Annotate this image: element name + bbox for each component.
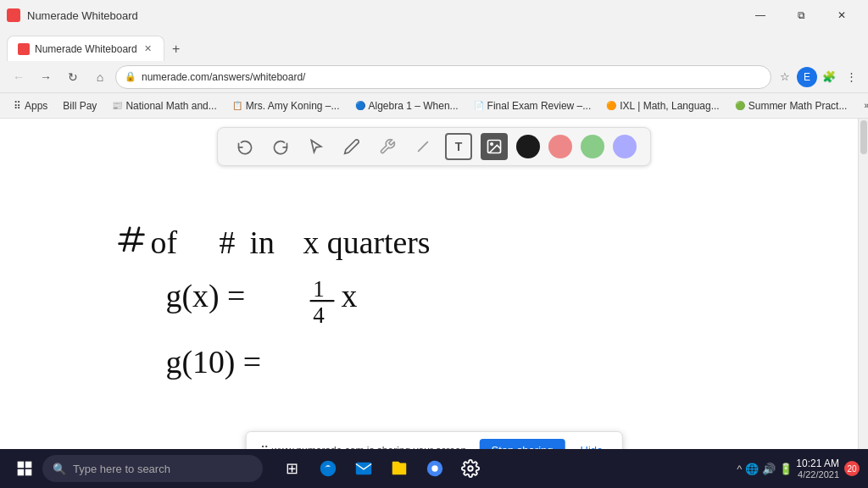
clock[interactable]: 10:21 AM 4/22/2021	[796, 458, 839, 480]
svg-text:4: 4	[313, 302, 325, 328]
start-button[interactable]	[7, 451, 42, 486]
svg-text:x: x	[342, 278, 358, 313]
whiteboard-container[interactable]: T of	[0, 119, 868, 480]
tray-battery[interactable]: 🔋	[779, 463, 793, 475]
taskbar-task-view[interactable]: ⊞	[276, 452, 309, 485]
bookmark-finalexam[interactable]: 📄 Final Exam Review –...	[467, 98, 598, 114]
svg-rect-19	[18, 469, 25, 476]
back-button[interactable]: ←	[7, 65, 31, 89]
svg-rect-20	[25, 469, 32, 476]
clock-date: 4/22/2021	[796, 469, 839, 480]
taskbar-settings[interactable]	[454, 452, 487, 485]
forward-button[interactable]: →	[34, 65, 58, 89]
bookmark-text: National Math and...	[125, 100, 216, 112]
svg-line-3	[124, 228, 130, 251]
whiteboard-canvas[interactable]: of # in x quarters g(x) = 1 4 x g(1	[0, 119, 868, 480]
tray-volume[interactable]: 🔊	[762, 463, 776, 475]
svg-point-24	[468, 466, 473, 471]
bookmark-summermath[interactable]: 🟢 Summer Math Pract...	[728, 98, 854, 114]
bookmark-label: ⠿	[14, 100, 21, 112]
active-tab[interactable]: Numerade Whiteboard ✕	[7, 36, 164, 61]
bookmark-ixl[interactable]: 🟠 IXL | Math, Languag...	[599, 98, 726, 114]
svg-text:x quarters: x quarters	[303, 225, 431, 260]
taskbar-apps: ⊞	[263, 452, 500, 485]
tray-network[interactable]: 🌐	[745, 463, 759, 475]
reload-button[interactable]: ↻	[61, 65, 85, 89]
svg-line-4	[133, 228, 139, 251]
menu-button[interactable]: ⋮	[841, 67, 861, 87]
star-button[interactable]: ☆	[775, 67, 795, 87]
address-text: numerade.com/answers/whiteboard/	[142, 71, 762, 83]
browser-favicon	[7, 8, 20, 22]
bookmark-text: Summer Math Pract...	[748, 100, 848, 112]
new-tab-button[interactable]: +	[164, 37, 188, 61]
bookmark-natmath[interactable]: 📰 National Math and...	[105, 98, 223, 114]
notification-badge: 20	[844, 461, 860, 476]
bookmark-amykoning[interactable]: 📋 Mrs. Amy Koning –...	[225, 98, 347, 114]
bookmark-text: Apps	[25, 100, 47, 112]
svg-text:in: in	[250, 225, 275, 260]
search-box[interactable]: 🔍 Type here to search	[42, 455, 263, 482]
taskbar: 🔍 Type here to search ⊞	[0, 449, 868, 488]
taskbar-chrome[interactable]	[419, 452, 451, 485]
nav-bar: ← → ↻ ⌂ 🔒 numerade.com/answers/whiteboar…	[0, 61, 868, 93]
notification-button[interactable]: 20	[843, 455, 861, 482]
bookmark-text: Mrs. Amy Koning –...	[246, 100, 340, 112]
lock-icon: 🔒	[125, 71, 136, 82]
taskbar-edge[interactable]	[312, 452, 344, 485]
system-tray: ^ 🌐 🔊 🔋 10:21 AM 4/22/2021 20	[737, 455, 861, 482]
svg-text:of: of	[151, 225, 178, 260]
bookmark-algebra[interactable]: 🔵 Algebra 1 – When...	[348, 98, 465, 114]
svg-text:g(x) =: g(x) =	[166, 278, 246, 314]
svg-rect-18	[25, 462, 32, 469]
tray-chevron[interactable]: ^	[737, 463, 742, 475]
tab-bar: Numerade Whiteboard ✕ +	[0, 30, 868, 61]
bookmark-text: Algebra 1 – When...	[369, 100, 459, 112]
nav-actions: ☆ E 🧩 ⋮	[775, 67, 861, 87]
svg-text:g(10) =: g(10) =	[166, 344, 262, 380]
tab-favicon	[18, 43, 30, 55]
address-bar[interactable]: 🔒 numerade.com/answers/whiteboard/	[115, 65, 771, 89]
extensions-button[interactable]: 🧩	[819, 67, 839, 87]
restore-button[interactable]: ⧉	[782, 2, 821, 29]
bookmark-text: Bill Pay	[63, 100, 97, 112]
bookmark-text: Final Exam Review –...	[487, 100, 592, 112]
search-placeholder: Type here to search	[73, 463, 170, 475]
bookmark-apps[interactable]: ⠿ Apps	[7, 98, 54, 114]
svg-rect-17	[18, 462, 25, 469]
bookmarks-bar: ⠿ Apps Bill Pay 📰 National Math and... 📋…	[0, 93, 868, 119]
tab-close-button[interactable]: ✕	[142, 42, 153, 56]
bookmark-readinglist[interactable]: » Reading list	[857, 98, 868, 114]
home-button[interactable]: ⌂	[88, 65, 112, 89]
minimize-button[interactable]: —	[741, 2, 780, 29]
profile-button[interactable]: E	[797, 67, 817, 87]
clock-time: 10:21 AM	[796, 458, 839, 469]
svg-text:#: #	[220, 225, 236, 260]
svg-point-23	[431, 465, 437, 471]
tab-title: Numerade Whiteboard	[27, 9, 138, 22]
bookmark-text: IXL | Math, Languag...	[620, 100, 719, 112]
title-bar: Numerade Whiteboard — ⧉ ✕	[0, 0, 868, 30]
title-bar-content: Numerade Whiteboard	[7, 8, 737, 22]
svg-text:1: 1	[313, 276, 325, 302]
window-controls: — ⧉ ✕	[741, 2, 861, 29]
bookmark-billpay[interactable]: Bill Pay	[56, 98, 103, 114]
taskbar-files[interactable]	[383, 452, 415, 485]
close-button[interactable]: ✕	[822, 2, 861, 29]
svg-rect-21	[356, 463, 371, 475]
taskbar-mail[interactable]	[348, 452, 380, 485]
tab-title-text: Numerade Whiteboard	[35, 43, 137, 55]
search-icon: 🔍	[53, 463, 66, 475]
